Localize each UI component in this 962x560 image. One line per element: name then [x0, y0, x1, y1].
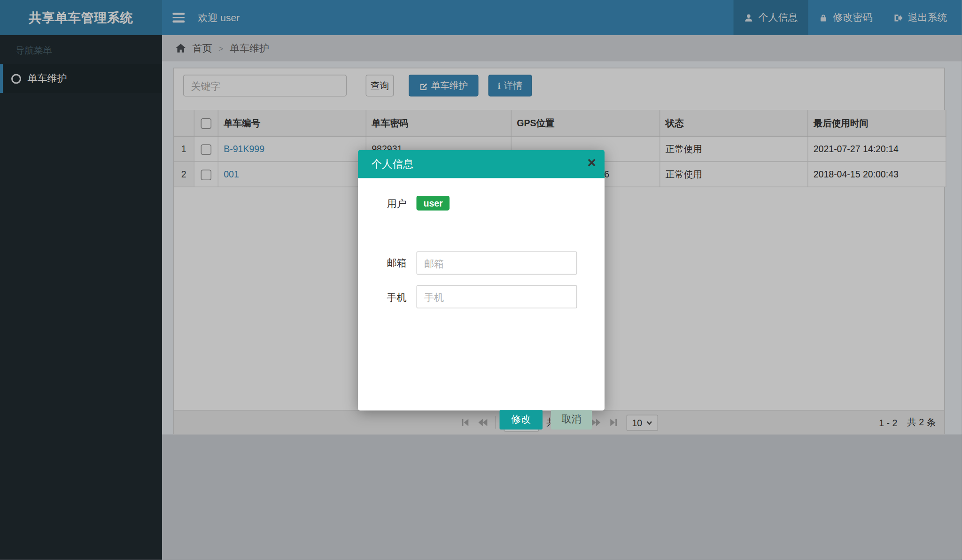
email-field[interactable] — [417, 252, 577, 275]
username-badge: user — [417, 196, 450, 211]
user-label: 用户 — [358, 198, 407, 211]
phone-field[interactable] — [417, 285, 577, 309]
phone-label: 手机 — [358, 292, 407, 304]
modal-body: 用户 user 邮箱 手机 修改 取消 — [358, 178, 605, 411]
app-window: 共享单车管理系统 欢迎 user 个人信息 修改密码 退出系统 导航菜单 单车维… — [0, 0, 962, 560]
modify-button[interactable]: 修改 — [500, 410, 543, 430]
cancel-button[interactable]: 取消 — [551, 410, 592, 430]
email-label: 邮箱 — [358, 257, 407, 270]
modal-title: 个人信息 — [372, 158, 414, 170]
profile-modal: 个人信息 × 用户 user 邮箱 手机 修改 取消 — [358, 150, 605, 411]
close-icon[interactable]: × — [588, 155, 596, 170]
modal-header: 个人信息 — [358, 150, 605, 178]
